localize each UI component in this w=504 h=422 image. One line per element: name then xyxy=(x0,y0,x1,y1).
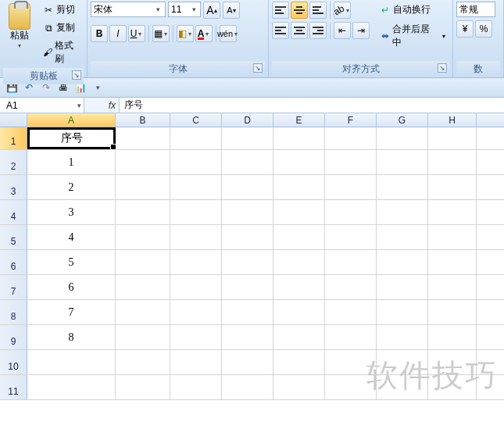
cell-E8[interactable] xyxy=(273,300,325,324)
row-header-6[interactable]: 6 xyxy=(0,250,27,274)
chevron-down-icon[interactable]: ▾ xyxy=(154,5,163,13)
cell-G11[interactable] xyxy=(377,375,428,399)
phonetic-button[interactable]: wén▾ xyxy=(220,25,237,42)
row-header-9[interactable]: 9 xyxy=(0,325,27,349)
name-box-input[interactable] xyxy=(0,100,75,111)
clipboard-dialog-launcher-icon[interactable]: ↘ xyxy=(72,70,81,80)
cell-G5[interactable] xyxy=(377,225,428,249)
align-bottom-button[interactable] xyxy=(309,2,327,19)
cell-G1[interactable] xyxy=(377,127,428,149)
font-name-combo[interactable]: ▾ xyxy=(91,2,166,17)
align-center-button[interactable] xyxy=(291,22,308,39)
align-middle-button[interactable] xyxy=(291,2,308,19)
cell-D1[interactable] xyxy=(222,127,273,149)
border-button[interactable]: ▦▾ xyxy=(152,25,170,42)
cell-G6[interactable] xyxy=(377,250,428,274)
cell-B3[interactable] xyxy=(116,175,170,199)
fill-color-button[interactable]: ◧▾ xyxy=(177,25,194,42)
cell-B9[interactable] xyxy=(116,325,170,349)
cell-A9[interactable]: 8 xyxy=(27,325,116,349)
select-all-corner[interactable] xyxy=(0,113,27,127)
cell-C4[interactable] xyxy=(170,200,222,224)
cell-E5[interactable] xyxy=(273,225,325,249)
font-dialog-launcher-icon[interactable]: ↘ xyxy=(253,63,263,73)
alignment-dialog-launcher-icon[interactable]: ↘ xyxy=(438,63,447,73)
cell-F9[interactable] xyxy=(325,325,377,349)
cell-D6[interactable] xyxy=(222,250,273,274)
cell-E7[interactable] xyxy=(273,275,325,299)
decrease-indent-button[interactable]: ⇤ xyxy=(334,22,351,39)
cell-H6[interactable] xyxy=(428,250,477,274)
increase-indent-button[interactable]: ⇥ xyxy=(352,22,370,39)
row-header-8[interactable]: 8 xyxy=(0,300,27,324)
cell-F3[interactable] xyxy=(325,175,377,199)
cell-H5[interactable] xyxy=(428,225,477,249)
paste-button[interactable]: 粘贴 ▾ xyxy=(3,2,36,67)
chevron-down-icon[interactable]: ▾ xyxy=(75,102,84,109)
cell-A4[interactable]: 3 xyxy=(27,200,116,224)
row-header-3[interactable]: 3 xyxy=(0,175,27,199)
cell-D11[interactable] xyxy=(222,375,273,399)
cell-A11[interactable] xyxy=(27,375,116,399)
cell-G9[interactable] xyxy=(377,325,428,349)
cell-H7[interactable] xyxy=(428,275,477,299)
cell-G4[interactable] xyxy=(377,200,428,224)
qat-customize[interactable]: ▾ xyxy=(91,80,105,95)
underline-button[interactable]: U▾ xyxy=(128,25,145,42)
cell-C9[interactable] xyxy=(170,325,222,349)
cell-A2[interactable]: 1 xyxy=(27,150,116,174)
column-header-D[interactable]: D xyxy=(222,113,273,127)
cell-G10[interactable] xyxy=(377,350,428,374)
cell-D5[interactable] xyxy=(222,225,273,249)
cell-G8[interactable] xyxy=(377,300,428,324)
cell-F6[interactable] xyxy=(325,250,377,274)
cell-F11[interactable] xyxy=(325,375,377,399)
cell-G2[interactable] xyxy=(377,150,428,174)
font-color-button[interactable]: A▾ xyxy=(195,25,213,42)
cell-B8[interactable] xyxy=(116,300,170,324)
cell-B1[interactable] xyxy=(116,127,170,149)
cell-F8[interactable] xyxy=(325,300,377,324)
fx-button[interactable]: fx xyxy=(84,98,120,113)
cell-H1[interactable] xyxy=(428,127,477,149)
font-size-input[interactable] xyxy=(171,4,191,15)
cell-B5[interactable] xyxy=(116,225,170,249)
cell-G7[interactable] xyxy=(377,275,428,299)
chevron-down-icon[interactable]: ▾ xyxy=(191,5,198,13)
row-header-4[interactable]: 4 xyxy=(0,200,27,224)
cell-F1[interactable] xyxy=(325,127,377,149)
cell-C11[interactable] xyxy=(170,375,222,399)
cell-D9[interactable] xyxy=(222,325,273,349)
cell-B7[interactable] xyxy=(116,275,170,299)
cell-D4[interactable] xyxy=(222,200,273,224)
bold-button[interactable]: B xyxy=(91,25,108,42)
row-header-1[interactable]: 1 xyxy=(0,127,27,149)
cell-F7[interactable] xyxy=(325,275,377,299)
cell-D7[interactable] xyxy=(222,275,273,299)
column-header-B[interactable]: B xyxy=(116,113,170,127)
align-top-button[interactable] xyxy=(272,2,289,19)
font-size-combo[interactable]: ▾ xyxy=(168,2,201,17)
name-box[interactable]: ▾ xyxy=(0,98,84,113)
cell-H8[interactable] xyxy=(428,300,477,324)
cell-E1[interactable] xyxy=(273,127,325,149)
cell-C10[interactable] xyxy=(170,350,222,374)
align-left-button[interactable] xyxy=(272,22,289,39)
cell-C8[interactable] xyxy=(170,300,222,324)
column-header-H[interactable]: H xyxy=(428,113,477,127)
cell-C3[interactable] xyxy=(170,175,222,199)
cell-A7[interactable]: 6 xyxy=(27,275,116,299)
decrease-font-button[interactable]: A▾ xyxy=(223,2,240,19)
cell-D2[interactable] xyxy=(222,150,273,174)
cell-E3[interactable] xyxy=(273,175,325,199)
cell-H10[interactable] xyxy=(428,350,477,374)
row-header-2[interactable]: 2 xyxy=(0,150,27,174)
row-header-11[interactable]: 11 xyxy=(0,375,27,399)
cell-F5[interactable] xyxy=(325,225,377,249)
cell-E10[interactable] xyxy=(273,350,325,374)
cell-B4[interactable] xyxy=(116,200,170,224)
cell-F4[interactable] xyxy=(325,200,377,224)
column-header-G[interactable]: G xyxy=(377,113,428,127)
cell-A6[interactable]: 5 xyxy=(27,250,116,274)
cell-E4[interactable] xyxy=(273,200,325,224)
